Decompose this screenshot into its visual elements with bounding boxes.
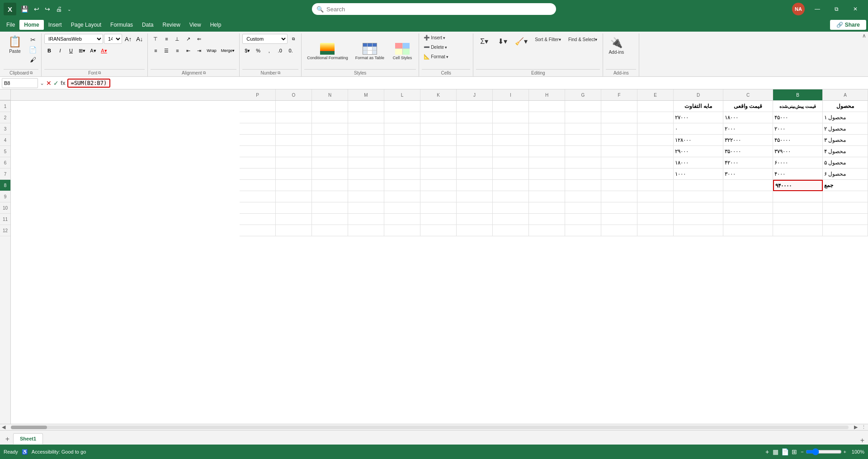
cell-i11[interactable]	[493, 214, 529, 225]
cell-f11[interactable]	[601, 214, 637, 225]
cell-l1[interactable]	[384, 101, 420, 112]
cell-h7[interactable]	[529, 169, 565, 180]
cell-i6[interactable]	[493, 157, 529, 169]
increase-decimal-button[interactable]: .0	[275, 46, 285, 56]
cell-f5[interactable]	[601, 146, 637, 157]
cell-a7[interactable]: محصول ۶	[823, 169, 868, 180]
cell-n8[interactable]	[312, 180, 348, 191]
cell-d2[interactable]: ۲۷۰۰۰	[674, 112, 723, 123]
cell-k2[interactable]	[420, 112, 457, 123]
cell-a12[interactable]	[823, 225, 868, 236]
cell-c11[interactable]	[723, 214, 773, 225]
cell-m3[interactable]	[348, 123, 384, 135]
row-num-10[interactable]: 10	[0, 202, 10, 214]
cell-k10[interactable]	[420, 202, 457, 214]
row-num-3[interactable]: 3	[0, 123, 10, 135]
cell-g11[interactable]	[565, 214, 601, 225]
cell-d11[interactable]	[674, 214, 723, 225]
cell-b7[interactable]: ۴۰۰۰	[773, 169, 823, 180]
number-expand-button[interactable]: ⧉	[288, 34, 298, 44]
col-header-b[interactable]: B	[773, 89, 823, 100]
cell-h6[interactable]	[529, 157, 565, 169]
font-expand-icon[interactable]: ⧉	[98, 70, 101, 75]
cell-n1[interactable]	[312, 101, 348, 112]
cell-o5[interactable]	[276, 146, 312, 157]
cell-p8[interactable]	[240, 180, 276, 191]
insert-cells-button[interactable]: ➕ Insert ▾	[422, 34, 447, 42]
cell-g7[interactable]	[565, 169, 601, 180]
cell-d12[interactable]	[674, 225, 723, 236]
menu-file[interactable]: File	[2, 20, 19, 30]
cell-m7[interactable]	[348, 169, 384, 180]
scroll-sheet-tabs-right[interactable]: +	[859, 436, 866, 445]
cell-a11[interactable]	[823, 214, 868, 225]
cell-b1[interactable]: قیمت پیش‌بینی‌شده	[773, 101, 823, 112]
col-header-j[interactable]: J	[457, 89, 493, 100]
merge-button[interactable]: Merge▾	[219, 46, 237, 56]
cell-j8[interactable]	[457, 180, 493, 191]
undo-icon[interactable]: ↩	[32, 5, 41, 14]
menu-formulas[interactable]: Formulas	[106, 20, 137, 30]
cell-l9[interactable]	[384, 191, 420, 202]
scroll-track[interactable]	[11, 426, 849, 429]
cell-o10[interactable]	[276, 202, 312, 214]
cell-i7[interactable]	[493, 169, 529, 180]
cell-e11[interactable]	[637, 214, 674, 225]
rtl-button[interactable]: ⇐	[194, 34, 204, 44]
cell-h11[interactable]	[529, 214, 565, 225]
page-break-view-button[interactable]: ⊞	[792, 448, 797, 455]
cell-m1[interactable]	[348, 101, 384, 112]
cell-e5[interactable]	[637, 146, 674, 157]
zoom-in-button[interactable]: +	[844, 449, 846, 454]
cell-i10[interactable]	[493, 202, 529, 214]
cell-n7[interactable]	[312, 169, 348, 180]
cell-b8[interactable]: ۹۴۰۰۰۰	[773, 180, 823, 191]
font-name-select[interactable]: IRANSansWeb	[44, 34, 103, 44]
col-header-n[interactable]: N	[312, 89, 348, 100]
cell-f10[interactable]	[601, 202, 637, 214]
ribbon-collapse-icon[interactable]: ∧	[862, 33, 866, 39]
menu-help[interactable]: Help	[206, 20, 226, 30]
cell-m8[interactable]	[348, 180, 384, 191]
cell-k11[interactable]	[420, 214, 457, 225]
cell-h5[interactable]	[529, 146, 565, 157]
cell-f2[interactable]	[601, 112, 637, 123]
cell-f6[interactable]	[601, 157, 637, 169]
cell-d8[interactable]	[674, 180, 723, 191]
cell-d9[interactable]	[674, 191, 723, 202]
search-input[interactable]	[326, 6, 552, 13]
cell-n6[interactable]	[312, 157, 348, 169]
cell-e8[interactable]	[637, 180, 674, 191]
cell-e9[interactable]	[637, 191, 674, 202]
align-middle-button[interactable]: ≡	[161, 34, 171, 44]
format-as-table-button[interactable]: Format as Table	[353, 41, 387, 62]
cell-l5[interactable]	[384, 146, 420, 157]
fill-color-button[interactable]: A▾	[88, 46, 98, 56]
col-header-m[interactable]: M	[348, 89, 384, 100]
conditional-formatting-button[interactable]: Conditional Formatting	[304, 41, 351, 62]
delete-dropdown-icon[interactable]: ▾	[445, 45, 447, 50]
cell-m6[interactable]	[348, 157, 384, 169]
cell-f8[interactable]	[601, 180, 637, 191]
cell-f7[interactable]	[601, 169, 637, 180]
cell-g6[interactable]	[565, 157, 601, 169]
row-num-1[interactable]: 1	[0, 101, 10, 112]
menu-review[interactable]: Review	[158, 20, 184, 30]
cell-p6[interactable]	[240, 157, 276, 169]
cell-m9[interactable]	[348, 191, 384, 202]
cell-l11[interactable]	[384, 214, 420, 225]
normal-view-button[interactable]: ▦	[773, 448, 778, 455]
cell-o11[interactable]	[276, 214, 312, 225]
cell-n3[interactable]	[312, 123, 348, 135]
cell-e3[interactable]	[637, 123, 674, 135]
select-all-button[interactable]	[0, 89, 11, 100]
cell-f3[interactable]	[601, 123, 637, 135]
col-header-p[interactable]: P	[240, 89, 276, 100]
cell-l7[interactable]	[384, 169, 420, 180]
cell-j6[interactable]	[457, 157, 493, 169]
row-num-8[interactable]: 8	[0, 180, 10, 191]
cell-i4[interactable]	[493, 135, 529, 146]
menu-view[interactable]: View	[185, 20, 206, 30]
cut-button[interactable]: ✂	[27, 35, 38, 44]
cell-e4[interactable]	[637, 135, 674, 146]
